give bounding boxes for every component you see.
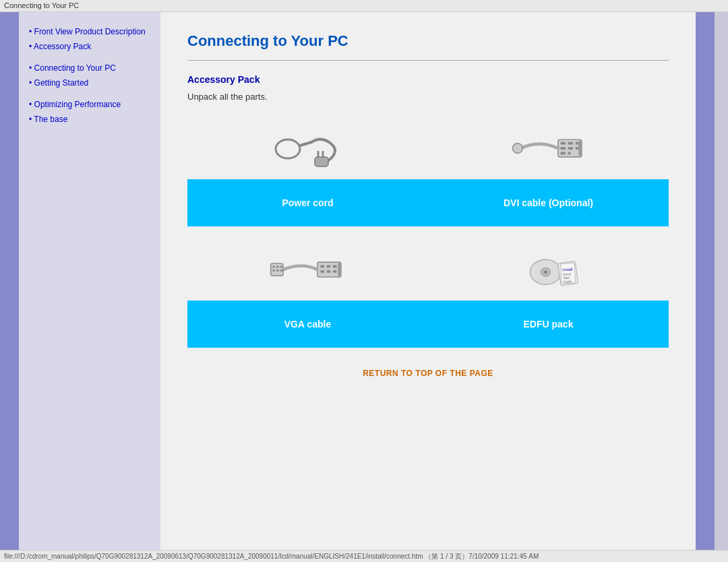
vga-cable-image	[268, 240, 348, 301]
svg-text:Quick: Quick	[563, 272, 572, 276]
svg-text:Guide: Guide	[563, 280, 572, 284]
power-cord-label: Power cord	[187, 179, 428, 226]
title-bar-text: Connecting to Your PC	[4, 1, 79, 9]
section-title: Accessory Pack	[187, 74, 669, 85]
sidebar-link-3[interactable]: Getting Started	[34, 78, 89, 88]
power-cord-icon	[268, 125, 348, 173]
svg-point-0	[276, 139, 300, 158]
sidebar-nav-item-5: The base	[29, 113, 150, 125]
dvi-cable-item: DVI cable (Optional)	[428, 119, 669, 226]
vga-cable-item: VGA cable	[187, 240, 428, 348]
edfu-pack-image: Install Quick Start Guide	[508, 240, 589, 301]
svg-rect-2	[315, 157, 328, 166]
vga-cable-icon	[268, 247, 348, 294]
divider	[187, 60, 669, 61]
power-cord-image	[268, 119, 348, 179]
svg-rect-28	[272, 270, 275, 272]
sidebar-spacer-3	[29, 92, 150, 98]
svg-rect-14	[578, 141, 582, 156]
svg-rect-23	[338, 263, 341, 276]
svg-rect-12	[560, 152, 565, 155]
vga-cable-label: VGA cable	[187, 301, 428, 348]
dvi-cable-icon	[508, 125, 589, 173]
edfu-pack-label: EDFU pack	[428, 301, 669, 348]
far-right	[715, 12, 728, 550]
svg-rect-17	[320, 266, 324, 268]
sidebar-link-1[interactable]: Accessory Pack	[34, 42, 91, 51]
svg-rect-26	[276, 266, 278, 268]
svg-rect-24	[270, 263, 282, 276]
svg-rect-30	[280, 270, 282, 272]
svg-rect-16	[317, 262, 340, 277]
right-accent	[696, 12, 715, 550]
svg-rect-29	[276, 270, 278, 272]
dvi-cable-image	[508, 119, 589, 179]
sidebar-link-2[interactable]: Connecting to Your PC	[34, 63, 116, 73]
svg-rect-21	[326, 270, 330, 273]
return-to-top-link[interactable]: RETURN TO TOP OF THE PAGE	[363, 369, 493, 378]
main-content: Connecting to Your PC Accessory Pack Unp…	[160, 12, 696, 550]
sidebar-link-0[interactable]: Front View Product Description	[34, 27, 146, 36]
power-cord-item: Power cord	[187, 119, 428, 226]
svg-point-15	[512, 144, 522, 154]
svg-rect-7	[568, 142, 572, 145]
page-title: Connecting to Your PC	[187, 32, 669, 50]
svg-rect-27	[280, 266, 282, 268]
title-bar: Connecting to Your PC	[0, 0, 728, 12]
return-link-container: RETURN TO TOP OF THE PAGE	[187, 368, 669, 378]
dvi-cable-label: DVI cable (Optional)	[428, 179, 669, 226]
svg-rect-25	[272, 266, 275, 268]
left-accent	[0, 12, 19, 550]
svg-rect-6	[560, 142, 565, 145]
accessory-grid: Power cord	[187, 119, 669, 348]
sidebar-link-5[interactable]: The base	[34, 115, 67, 124]
edfu-pack-item: Install Quick Start Guide EDFU pack	[428, 240, 669, 348]
svg-text:Install: Install	[562, 268, 572, 272]
status-bar: file:///D:/cdrom_manual/philips/Q70G9002…	[0, 550, 728, 562]
sidebar-nav-item-1: Accessory Pack	[29, 40, 150, 53]
sidebar-nav-item-4: Optimizing Performance	[29, 98, 150, 111]
unpack-text: Unpack all the parts.	[187, 92, 669, 102]
sidebar-nav-item-0: Front View Product Description	[29, 26, 150, 38]
svg-rect-18	[326, 266, 330, 268]
svg-point-33	[543, 270, 547, 274]
svg-line-1	[300, 142, 311, 146]
sidebar-nav-item-2: Connecting to Your PC	[29, 62, 150, 74]
sidebar-nav: Front View Product DescriptionAccessory …	[29, 26, 150, 125]
status-bar-text: file:///D:/cdrom_manual/philips/Q70G9002…	[4, 553, 539, 560]
svg-rect-20	[320, 270, 324, 273]
svg-rect-13	[568, 152, 570, 155]
sidebar-link-4[interactable]: Optimizing Performance	[34, 100, 121, 109]
svg-rect-19	[332, 266, 336, 268]
sidebar-spacer-1	[29, 55, 150, 62]
svg-rect-10	[568, 147, 572, 150]
svg-rect-9	[560, 147, 565, 150]
sidebar: Front View Product DescriptionAccessory …	[19, 12, 160, 550]
svg-rect-22	[332, 270, 336, 273]
edfu-pack-icon: Install Quick Start Guide	[508, 247, 589, 294]
sidebar-nav-item-3: Getting Started	[29, 77, 150, 89]
